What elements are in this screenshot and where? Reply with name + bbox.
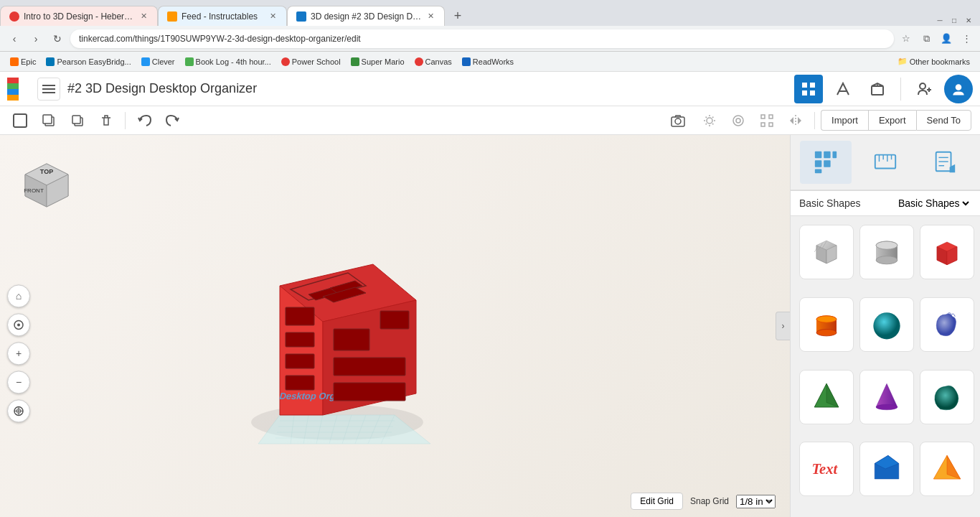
main-content: TOP FRONT ⌂ + − [0,135,980,517]
3d-object-svg[interactable]: Desktop Organizer [222,228,452,458]
close-button[interactable]: ✕ [963,14,974,26]
logo-cell-cad-d1 [7,95,13,101]
tinkercad-logo[interactable] [7,78,30,101]
copy-button[interactable] [36,108,62,134]
new-tab-button[interactable]: + [448,6,468,26]
tab-close-2[interactable]: ✕ [268,10,278,22]
tab-close-3[interactable]: ✕ [426,10,435,22]
svg-rect-73 [286,307,314,325]
hamburger-menu-button[interactable] [37,78,60,101]
bookmark-supermario[interactable]: Super Mario [347,56,409,67]
panel-icon-row [791,135,980,190]
svg-rect-5 [802,90,807,96]
perspective-button[interactable] [7,399,30,422]
notes-panel-button[interactable] [919,141,971,184]
zoom-out-button[interactable]: − [7,371,30,393]
bookmark-powerschool-label: Power School [292,57,341,66]
logo-cell-ker-k [7,83,13,89]
send-to-button[interactable]: Send To [916,110,971,131]
shape-sphere-teal[interactable] [859,297,914,352]
new-shape-button[interactable] [7,108,33,134]
shapes-category-select[interactable]: Basic Shapes Featured Letters Numbers [895,197,971,210]
shape-organic-teal[interactable] [920,370,974,424]
svg-point-22 [707,118,712,124]
edit-grid-button[interactable]: Edit Grid [631,493,683,510]
snap-grid-select[interactable]: 1/8 in 1/4 in 1/2 in 1 in [736,495,776,508]
bookmark-clever[interactable]: Clever [137,56,179,67]
ruler-panel-button[interactable] [859,141,911,184]
notes-icon [932,149,958,175]
grid-view-button[interactable] [794,75,823,103]
back-button[interactable]: ‹ [6,30,23,47]
home-view-button[interactable]: ⌂ [7,284,30,307]
panel-collapse-button[interactable]: › [776,312,790,340]
shape-pyramid-yellow[interactable] [920,442,974,496]
flip-button[interactable] [783,108,809,134]
shape-view-icon [834,80,852,98]
light-icon [702,113,717,129]
camera-button[interactable] [665,108,691,134]
export-button[interactable]: Export [868,110,916,131]
grid-snap-button[interactable] [754,108,780,134]
viewport[interactable]: TOP FRONT ⌂ + − [0,135,790,517]
bookmark-pearson[interactable]: Pearson EasyBridg... [42,56,135,67]
shape-organic-blue[interactable] [920,297,974,352]
refresh-button[interactable]: ↻ [49,30,66,47]
shape-cylinder-orange[interactable] [799,297,854,352]
shape-cone-purple[interactable] [859,370,914,424]
address-input[interactable] [70,29,894,48]
shape-text-red[interactable]: Text [799,442,854,496]
box-view-button[interactable] [863,75,892,103]
add-user-button[interactable] [910,75,938,103]
tab-close-1[interactable]: ✕ [139,10,149,22]
shape-prism-blue[interactable] [859,442,914,496]
fit-view-button[interactable] [7,313,30,336]
bookmark-epic[interactable]: Epic [6,56,40,67]
tab-title-1: Intro to 3D Design - Hebert - 7(A [24,11,135,22]
bookmark-star-icon[interactable]: ☆ [898,31,914,47]
fit-view-icon [13,319,24,330]
camera-icon [670,113,686,129]
light-button[interactable] [697,108,722,134]
tab-feed[interactable]: Feed - Instructables ✕ [158,6,287,26]
tab-tinkercad[interactable]: 3D design #2 3D Design Desktop ✕ [287,6,445,26]
menu-dots-icon[interactable]: ⋮ [958,31,974,47]
maximize-button[interactable]: □ [948,14,960,26]
delete-button[interactable] [93,108,119,134]
user-profile-button[interactable] [944,75,973,103]
svg-rect-8 [872,86,883,95]
redo-button[interactable] [160,108,186,134]
shape-rough-box[interactable] [799,225,854,279]
extension-puzzle-icon[interactable]: ⧉ [918,31,934,47]
import-export-group: Import Export Send To [821,110,971,131]
shapes-panel-button[interactable] [800,141,852,184]
bookmark-readworks[interactable]: ReadWorks [458,56,518,67]
svg-rect-17 [43,115,52,124]
other-bookmarks[interactable]: 📁 Other bookmarks [893,55,974,67]
profile-icon[interactable]: 👤 [938,31,954,47]
bookmark-canvas[interactable]: Canvas [410,56,456,67]
view-cube[interactable]: TOP FRONT [14,149,79,216]
svg-line-28 [712,124,713,124]
shape-tool-button[interactable] [725,108,751,134]
shapes-dropdown-label: Basic Shapes [799,197,861,209]
epic-favicon [10,57,19,66]
tab-intro[interactable]: Intro to 3D Design - Hebert - 7(A ✕ [0,6,158,26]
tab-favicon-2 [167,11,177,22]
zoom-in-button[interactable]: + [7,342,30,365]
shape-view-button[interactable] [829,75,857,103]
bookmark-powerschool[interactable]: Power School [277,56,345,67]
forward-button[interactable]: › [27,30,44,47]
duplicate-button[interactable] [65,108,90,134]
svg-point-32 [736,118,740,123]
minimize-button[interactable]: ─ [934,14,946,26]
bookmark-booklog[interactable]: Book Log - 4th hour... [181,56,275,67]
undo-button[interactable] [131,108,157,134]
shape-cylinder-gray[interactable] [859,225,914,279]
pearson-favicon [46,57,55,66]
import-button[interactable]: Import [821,110,868,131]
svg-rect-83 [824,152,830,158]
shape-pyramid-green[interactable] [799,370,854,424]
shape-red-box[interactable] [920,225,974,279]
svg-point-10 [920,83,925,89]
